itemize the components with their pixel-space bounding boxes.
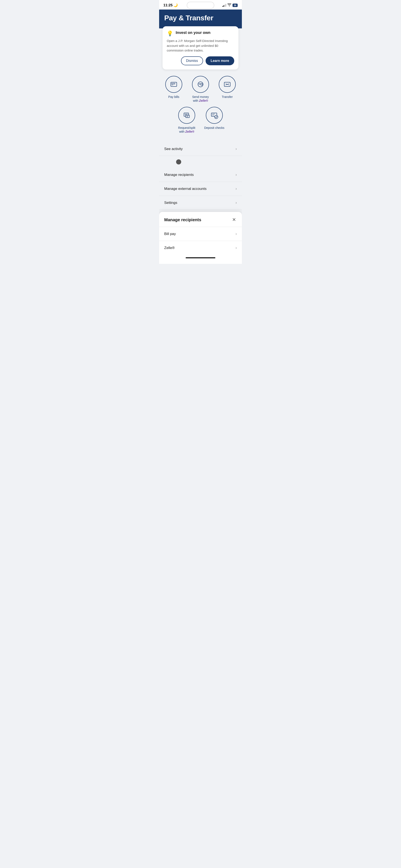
time-display: 11:25	[163, 3, 172, 7]
svg-point-20	[214, 115, 218, 119]
request-split-label: Request/split with Zelle®	[178, 126, 195, 133]
scroll-dot	[176, 159, 181, 164]
chevron-right-icon-2: ›	[235, 173, 237, 177]
manage-external-accounts-item[interactable]: Manage external accounts ›	[159, 182, 242, 196]
deposit-checks-icon	[210, 111, 218, 119]
promo-body: Open a J.P. Morgan Self-Directed Investi…	[167, 38, 234, 53]
chevron-right-icon-5: ›	[235, 231, 237, 236]
home-bar	[185, 257, 216, 258]
promo-header: 💡 Invest on your own	[167, 31, 234, 36]
status-icons: 36	[222, 3, 238, 7]
settings-label: Settings	[164, 201, 177, 205]
pay-bills-label: Pay bills	[168, 95, 179, 99]
signal-bar-1	[222, 6, 223, 7]
signal-icon	[222, 4, 226, 7]
chevron-right-icon-4: ›	[235, 200, 237, 205]
pay-bills-item[interactable]: Pay bills	[163, 76, 185, 102]
zelle-label: Zelle®	[164, 246, 175, 250]
zelle-send-icon	[197, 80, 204, 88]
bottom-sheet-title: Manage recipients	[164, 217, 201, 222]
scroll-indicator	[159, 156, 242, 168]
send-money-circle	[192, 76, 209, 93]
see-activity-item[interactable]: See activity ›	[159, 142, 242, 156]
svg-point-6	[200, 83, 203, 85]
zelle-request-icon	[183, 111, 191, 119]
action-row-2: Request/split with Zelle® Deposit checks	[163, 107, 238, 133]
pay-bills-circle	[165, 76, 182, 93]
transfer-label: Transfer	[222, 95, 233, 99]
manage-recipients-item[interactable]: Manage recipients ›	[159, 168, 242, 182]
dismiss-button[interactable]: Dismiss	[181, 56, 203, 65]
pay-bills-icon	[170, 80, 178, 88]
deposit-checks-circle	[206, 107, 223, 124]
send-money-label: Send money with Zelle®	[192, 95, 209, 102]
transfer-icon	[223, 80, 231, 88]
signal-bar-2	[223, 5, 224, 7]
wifi-icon	[227, 3, 231, 7]
manage-external-accounts-label: Manage external accounts	[164, 187, 206, 191]
chevron-right-icon: ›	[235, 147, 237, 151]
deposit-checks-label: Deposit checks	[204, 126, 225, 130]
zelle-brand-text: Zelle®	[199, 99, 208, 102]
zelle-item[interactable]: Zelle® ›	[159, 241, 242, 255]
transfer-circle	[219, 76, 236, 93]
chevron-right-icon-3: ›	[235, 186, 237, 191]
status-bar: 11:25 🌙 36	[159, 0, 242, 9]
bill-pay-item[interactable]: Bill pay ›	[159, 227, 242, 241]
page-header: Pay & Transfer	[159, 9, 242, 28]
bill-pay-label: Bill pay	[164, 232, 176, 236]
deposit-checks-item[interactable]: Deposit checks	[203, 107, 226, 133]
home-indicator	[159, 255, 242, 259]
lightbulb-icon: 💡	[167, 31, 173, 36]
see-activity-label: See activity	[164, 147, 183, 151]
promo-card: 💡 Invest on your own Open a J.P. Morgan …	[163, 26, 238, 69]
request-split-circle	[178, 107, 195, 124]
action-row-1: Pay bills Send money with Zelle®	[163, 76, 238, 102]
signal-bar-4	[226, 4, 226, 7]
bottom-sheet-header: Manage recipients ✕	[159, 216, 242, 227]
action-grid: Pay bills Send money with Zelle®	[159, 69, 242, 142]
status-time: 11:25 🌙	[163, 3, 178, 7]
send-money-item[interactable]: Send money with Zelle®	[189, 76, 212, 102]
dynamic-island	[187, 2, 214, 9]
bottom-sheet: Manage recipients ✕ Bill pay › Zelle® ›	[159, 212, 242, 264]
request-split-item[interactable]: Request/split with Zelle®	[175, 107, 198, 133]
close-button[interactable]: ✕	[231, 216, 237, 223]
zelle-brand-text-2: Zelle®	[185, 130, 194, 133]
chevron-right-icon-6: ›	[235, 246, 237, 250]
signal-bar-3	[225, 5, 225, 7]
svg-rect-0	[171, 82, 177, 87]
svg-rect-14	[185, 115, 190, 118]
moon-icon: 🌙	[173, 3, 178, 7]
svg-rect-1	[172, 83, 175, 84]
promo-actions: Dismiss Learn more	[167, 56, 234, 65]
promo-title: Invest on your own	[176, 31, 210, 35]
page-title: Pay & Transfer	[164, 14, 237, 22]
manage-recipients-label: Manage recipients	[164, 173, 194, 177]
settings-item[interactable]: Settings ›	[159, 196, 242, 210]
battery-indicator: 36	[232, 4, 238, 7]
learn-more-button[interactable]: Learn more	[206, 56, 234, 65]
transfer-item[interactable]: Transfer	[216, 76, 238, 102]
